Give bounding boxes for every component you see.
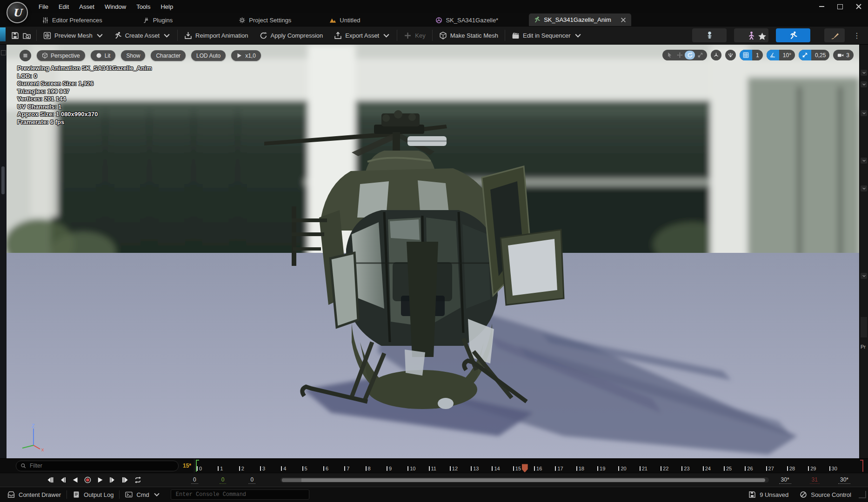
- tab-label: SK_SA341Gazelle_Anim: [544, 16, 611, 23]
- frame-field-offset[interactable]: 0: [248, 476, 255, 484]
- apply-compression-button[interactable]: Apply Compression: [257, 28, 326, 42]
- move-tool-button[interactable]: [674, 51, 685, 59]
- chevron-down-icon: [862, 82, 866, 86]
- menu-window[interactable]: Window: [100, 1, 131, 13]
- edit-in-sequencer-button[interactable]: Edit in Sequencer: [509, 28, 585, 42]
- shortcut-project-settings[interactable]: Project Settings: [236, 14, 294, 26]
- camera-speed-control[interactable]: 3: [833, 50, 854, 60]
- lod-auto-button[interactable]: LOD Auto: [191, 50, 226, 61]
- timeline-scrollbar[interactable]: [280, 477, 769, 482]
- scale-snap-control[interactable]: 0,25: [799, 50, 829, 60]
- menu-help[interactable]: Help: [155, 1, 178, 13]
- timeline-filter[interactable]: [16, 461, 179, 471]
- collapsed-section-chevron[interactable]: [861, 81, 867, 87]
- asset-family-blueprint-button[interactable]: [824, 28, 845, 42]
- character-menu-button[interactable]: Character: [151, 50, 186, 61]
- go-to-start-button[interactable]: [45, 476, 55, 485]
- make-static-mesh-button[interactable]: Make Static Mesh: [436, 28, 501, 42]
- menu-tools[interactable]: Tools: [131, 1, 155, 13]
- preview-mesh-button[interactable]: Preview Mesh: [40, 28, 107, 42]
- console-command-box[interactable]: [171, 489, 309, 500]
- resize-grip[interactable]: [859, 491, 866, 498]
- minimize-button[interactable]: [812, 0, 831, 13]
- tab-animation-active[interactable]: SK_SA341Gazelle_Anim: [529, 13, 631, 26]
- frame-field-start[interactable]: 0: [191, 476, 198, 484]
- menu-asset[interactable]: Asset: [74, 1, 100, 13]
- cmd-selector-button[interactable]: Cmd: [120, 487, 166, 502]
- export-asset-button[interactable]: Export Asset: [331, 28, 393, 42]
- grid-snap-toggle[interactable]: [740, 50, 752, 60]
- snap-axes-button[interactable]: [725, 50, 736, 60]
- unreal-engine-log o unreal-logo[interactable]: U: [7, 2, 28, 23]
- rotation-snap-value[interactable]: 10°: [779, 52, 795, 59]
- folder-search-icon[interactable]: [861, 359, 867, 365]
- world-local-gizmo-button[interactable]: [711, 50, 721, 60]
- chevron-down-icon: [862, 159, 866, 163]
- tab-untitled[interactable]: Untitled: [327, 14, 363, 26]
- close-button[interactable]: [849, 0, 868, 13]
- frame-field-current[interactable]: 0: [220, 476, 227, 484]
- scale-snap-toggle[interactable]: [799, 50, 811, 60]
- tab-close-icon[interactable]: [620, 17, 627, 23]
- scrollbar-thumb[interactable]: [282, 478, 765, 482]
- timeline-ruler[interactable]: 15* (2,61) (50,49 %) 0123456789101112131…: [197, 459, 859, 473]
- 3d-viewport[interactable]: Perspective Lit Show Character LOD Auto …: [7, 45, 859, 458]
- collapsed-section-chevron[interactable]: [861, 110, 867, 116]
- collapsed-section-chevron[interactable]: [861, 158, 867, 164]
- unsaved-assets-button[interactable]: 9 Unsaved: [743, 491, 794, 498]
- select-tool-button[interactable]: [664, 51, 674, 59]
- left-panel-icon[interactable]: [1, 50, 6, 55]
- maximize-icon: [837, 4, 843, 9]
- scale-tool-button[interactable]: [695, 51, 705, 59]
- rotation-snap-control[interactable]: 10°: [767, 50, 795, 60]
- rotation-snap-toggle[interactable]: [767, 50, 779, 60]
- collapsed-section-chevron[interactable]: [861, 70, 867, 76]
- preview-panel-vertical-tab[interactable]: Pr: [861, 344, 866, 350]
- range-end-field[interactable]: 30*: [779, 476, 791, 484]
- playback-end-field[interactable]: 30*: [838, 476, 850, 484]
- go-to-end-button[interactable]: [120, 476, 130, 485]
- create-asset-button[interactable]: Create Asset: [111, 28, 174, 42]
- asset-family-mesh-button[interactable]: [734, 28, 768, 42]
- collapsed-section-chevron[interactable]: [861, 185, 867, 192]
- play-reverse-button[interactable]: [70, 476, 80, 485]
- collapsed-section-chevron[interactable]: [861, 273, 867, 279]
- asset-family-skeleton-button[interactable]: [692, 28, 727, 42]
- reimport-animation-button[interactable]: Reimport Animation: [181, 28, 251, 42]
- perspective-button[interactable]: Perspective: [37, 50, 85, 61]
- loop-button[interactable]: [133, 476, 143, 485]
- step-forward-button[interactable]: [107, 476, 118, 485]
- range-end-marker[interactable]: [859, 460, 863, 472]
- viewport-menu-button[interactable]: [20, 50, 31, 61]
- preview-mesh-label: Preview Mesh: [54, 32, 93, 39]
- shortcut-editor-preferences[interactable]: Editor Preferences: [39, 14, 105, 26]
- browse-to-asset-button[interactable]: [21, 28, 33, 42]
- toolbar-overflow-kebab-icon[interactable]: ⋮: [850, 29, 863, 42]
- tab-skeletal-mesh[interactable]: SK_SA341Gazelle*: [433, 14, 501, 26]
- play-button[interactable]: [95, 476, 105, 485]
- rotate-tool-button[interactable]: [685, 51, 695, 59]
- asset-family-animation-button[interactable]: [776, 28, 810, 42]
- overflow-end-field[interactable]: 31: [810, 476, 820, 484]
- grid-snap-value[interactable]: 1: [752, 52, 763, 59]
- shortcut-plugins[interactable]: Plugins: [140, 14, 176, 26]
- show-menu-button[interactable]: Show: [121, 50, 145, 61]
- menu-file[interactable]: File: [33, 1, 53, 13]
- menu-edit[interactable]: Edit: [53, 1, 74, 13]
- grid-snap-control[interactable]: 1: [740, 50, 763, 60]
- lit-mode-button[interactable]: Lit: [91, 50, 116, 61]
- record-button[interactable]: [82, 476, 93, 485]
- maximize-button[interactable]: [831, 0, 849, 13]
- timeline-ruler-area[interactable]: 15* (2,61) (50,49 %) 0123456789101112131…: [194, 459, 866, 473]
- playback-speed-button[interactable]: x1,0: [231, 50, 261, 61]
- output-log-button[interactable]: Output Log: [67, 487, 119, 502]
- scale-snap-value[interactable]: 0,25: [811, 52, 829, 59]
- timeline-playhead[interactable]: 15* (2,61) (50,49 %): [522, 464, 528, 472]
- step-back-button[interactable]: [57, 476, 67, 485]
- left-collapsed-tab[interactable]: [1, 166, 5, 194]
- content-drawer-button[interactable]: Content Drawer: [2, 487, 67, 502]
- save-button[interactable]: [9, 28, 21, 42]
- console-command-input[interactable]: [175, 491, 305, 498]
- source-control-button[interactable]: Source Control: [794, 491, 857, 498]
- filter-input[interactable]: [29, 462, 174, 469]
